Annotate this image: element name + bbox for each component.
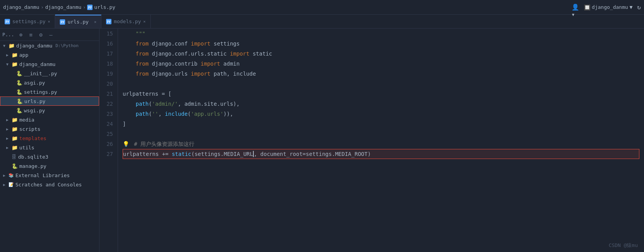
refresh-icon[interactable]: ↻: [637, 3, 641, 11]
tabs-bar: py settings.py ✕ py urls.py ✕ py models.…: [0, 15, 644, 29]
code-token: django.conf.urls.static: [148, 49, 230, 59]
project-root[interactable]: ▼ 📁 django_danmu D:\Python: [0, 41, 99, 50]
line-num-23: 23: [103, 109, 113, 119]
root-path: D:\Python: [56, 43, 79, 48]
scratch-chevron: ▶: [3, 183, 7, 187]
code-line-24: ]: [123, 119, 639, 129]
code-container: 15 16 17 18 19 20 21 22 23 24 25 26 27 "…: [99, 29, 644, 252]
app-label: app: [19, 52, 28, 58]
code-token: django.urls: [148, 69, 191, 79]
root-label: django_danmu: [16, 43, 52, 49]
sidebar-item-asgi[interactable]: 🐍 asgi.py: [0, 78, 99, 87]
code-content[interactable]: """ from django.conf import settings fro…: [118, 29, 644, 252]
sidebar-item-urls[interactable]: 🐍 urls.py: [0, 96, 99, 106]
code-token: urlpatterns +=: [123, 149, 172, 159]
bulb-icon: 💡: [123, 139, 129, 149]
file-icon-manage: 🐍: [12, 163, 18, 169]
sidebar-item-wsgi[interactable]: 🐍 wsgi.py: [0, 106, 99, 115]
line-num-24: 24: [103, 119, 113, 129]
sidebar-item-django-danmu[interactable]: ▼ 📁 django_danmu: [0, 59, 99, 69]
code-token: import: [230, 49, 250, 59]
code-line-16: from django.conf import settings: [123, 39, 639, 49]
file-icon-wsgi: 🐍: [16, 108, 22, 113]
line-num-22: 22: [103, 99, 113, 109]
code-line-20: [123, 79, 639, 89]
code-token: path: [136, 109, 149, 119]
scratches-label: Scratches and Consoles: [15, 182, 82, 188]
watermark: CSDN @猿mu: [609, 242, 638, 249]
code-token: [123, 49, 136, 59]
breadcrumb-file: py urls.py: [87, 4, 115, 10]
urls-file-icon: py: [60, 19, 65, 25]
code-token: import: [191, 69, 211, 79]
sidebar-item-manage[interactable]: 🐍 manage.py: [0, 161, 99, 171]
settings-icon[interactable]: ⚙: [37, 31, 44, 38]
django-chevron: ▼: [6, 62, 10, 66]
sidebar-item-db[interactable]: 🗄 db.sqlite3: [0, 152, 99, 161]
media-chevron: ▶: [6, 118, 10, 122]
tab-models[interactable]: py models.py ✕: [101, 15, 150, 28]
wsgi-label: wsgi.py: [24, 108, 45, 113]
folder-icon-django: 📁: [12, 61, 18, 67]
dropdown-arrow: ▼: [630, 4, 633, 10]
main-layout: P... ⊕ ≡ ⚙ — ▼ 📁 django_danmu D:\Python …: [0, 29, 644, 252]
code-token: (settings.MEDIA_URL: [191, 149, 253, 159]
sidebar-item-templates[interactable]: ▶ 📁 templates: [0, 134, 99, 143]
folder-icon-utils: 📁: [12, 145, 18, 151]
code-token: include: [165, 109, 188, 119]
code-line-26: 💡 # 用户头像资源添加这行: [123, 139, 639, 149]
models-file-icon: py: [106, 19, 111, 24]
code-token: static: [250, 49, 272, 59]
sidebar-item-settings[interactable]: 🐍 settings.py: [0, 87, 99, 96]
code-area[interactable]: 15 16 17 18 19 20 21 22 23 24 25 26 27 "…: [99, 29, 644, 252]
collapse-all-icon[interactable]: ≡: [27, 31, 34, 38]
code-token: (: [188, 109, 191, 119]
add-icon[interactable]: ⊕: [17, 31, 24, 38]
templates-chevron: ▶: [6, 136, 10, 140]
manage-label: manage.py: [19, 163, 46, 169]
file-py-icon: py: [87, 5, 93, 10]
code-token: from: [136, 69, 149, 79]
scratch-icon: 📝: [8, 182, 14, 187]
sidebar-item-media[interactable]: ▶ 📁 media: [0, 115, 99, 124]
close-sidebar-icon[interactable]: —: [47, 31, 54, 38]
folder-icon-root: 📁: [8, 43, 15, 49]
code-token: static: [172, 149, 191, 159]
code-token: 'admin/': [152, 99, 178, 109]
sidebar-item-app[interactable]: ▶ 📁 app: [0, 50, 99, 59]
code-token: [123, 99, 136, 109]
code-line-27[interactable]: urlpatterns += static(settings.MEDIA_URL…: [123, 149, 639, 159]
line-num-17: 17: [103, 49, 113, 59]
templates-label: templates: [19, 135, 46, 141]
code-token: from: [136, 59, 149, 69]
code-token: , admin.site.urls),: [178, 99, 239, 109]
file-icon-init: 🐍: [16, 71, 22, 76]
sidebar: P... ⊕ ≡ ⚙ — ▼ 📁 django_danmu D:\Python …: [0, 29, 99, 252]
tab-urls[interactable]: py urls.py ✕: [55, 15, 101, 28]
sidebar-item-init[interactable]: 🐍 __init__.py: [0, 69, 99, 78]
media-label: media: [19, 117, 34, 123]
project-name-badge[interactable]: 🔲 django_danmu ▼: [584, 4, 633, 10]
sidebar-toolbar: P... ⊕ ≡ ⚙ —: [0, 29, 99, 41]
tab-settings-close[interactable]: ✕: [48, 19, 50, 24]
sidebar-item-utils[interactable]: ▶ 📁 utils: [0, 143, 99, 152]
code-token: from: [136, 49, 149, 59]
tab-urls-close[interactable]: ✕: [94, 20, 96, 24]
sidebar-item-scratches[interactable]: ▶ 📝 Scratches and Consoles: [0, 180, 99, 189]
file-icon-settings: 🐍: [16, 89, 22, 95]
sidebar-item-external-libs[interactable]: ▶ 📚 External Libraries: [0, 171, 99, 180]
user-icon[interactable]: 👤▾: [572, 3, 579, 11]
line-num-27: 27: [103, 149, 113, 159]
code-token: import: [201, 59, 220, 69]
code-token: import: [191, 39, 211, 49]
code-line-22: path('admin/', admin.site.urls),: [123, 99, 639, 109]
code-token: django.contrib: [148, 59, 201, 69]
ext-chevron: ▶: [3, 173, 7, 178]
file-icon-asgi: 🐍: [16, 80, 22, 86]
sidebar-item-scripts[interactable]: ▶ 📁 scripts: [0, 124, 99, 134]
code-token: )),: [223, 109, 233, 119]
breadcrumb: django_danmu › django_danmu › py urls.py: [3, 4, 572, 10]
code-line-17: from django.conf.urls.static import stat…: [123, 49, 639, 59]
tab-models-close[interactable]: ✕: [143, 19, 146, 24]
tab-settings[interactable]: py settings.py ✕: [0, 15, 55, 28]
